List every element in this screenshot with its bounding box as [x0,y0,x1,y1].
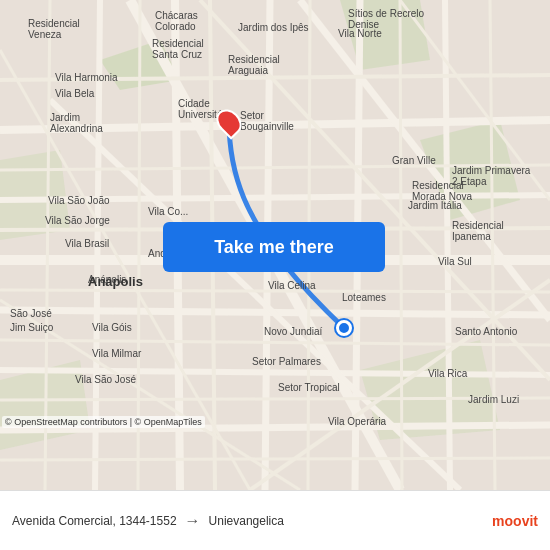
map-attribution: © OpenStreetMap contributors | © OpenMap… [2,416,205,428]
moovit-logo: moovit [492,513,538,529]
moovit-brand: moovit [492,513,538,529]
svg-line-27 [0,398,550,400]
svg-line-28 [0,458,550,460]
route-arrow: → [185,512,201,530]
route-to: Unievangelica [209,514,284,528]
svg-line-33 [400,0,402,490]
take-me-there-button[interactable]: Take me there [163,222,385,272]
map-container: ResidencialVeneza ChácarasColorado Jardi… [0,0,550,490]
bottom-bar: Avenida Comercial, 1344-1552 → Unievange… [0,490,550,550]
destination-marker [336,320,352,336]
route-from: Avenida Comercial, 1344-1552 [12,514,177,528]
svg-marker-5 [0,150,70,240]
